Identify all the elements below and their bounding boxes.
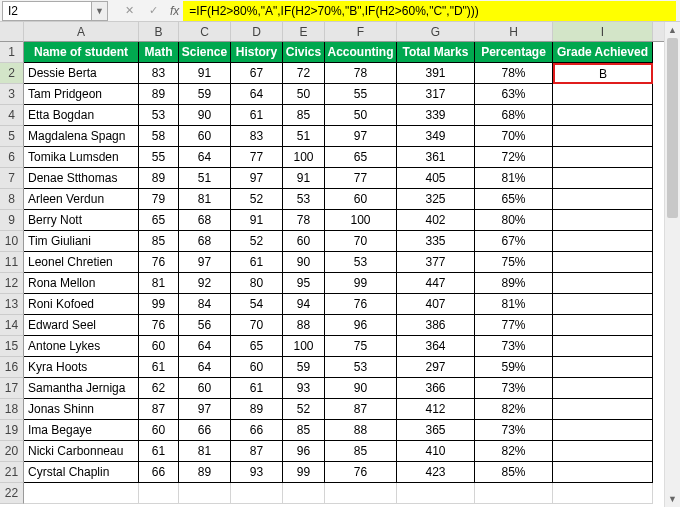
- row-header[interactable]: 22: [0, 483, 24, 504]
- cell[interactable]: Cyrstal Chaplin: [24, 462, 139, 483]
- cell[interactable]: 97: [179, 399, 231, 420]
- cell[interactable]: 100: [283, 336, 325, 357]
- cell[interactable]: B: [553, 63, 653, 84]
- cell[interactable]: 97: [231, 168, 283, 189]
- cell[interactable]: 53: [325, 357, 397, 378]
- row-header[interactable]: 19: [0, 420, 24, 441]
- cell[interactable]: 60: [139, 336, 179, 357]
- cell[interactable]: 65%: [475, 189, 553, 210]
- cell[interactable]: 361: [397, 147, 475, 168]
- header-cell[interactable]: Math: [139, 42, 179, 63]
- cell[interactable]: [553, 483, 653, 504]
- cell[interactable]: Samantha Jerniga: [24, 378, 139, 399]
- cell[interactable]: 365: [397, 420, 475, 441]
- row-header[interactable]: 5: [0, 126, 24, 147]
- name-box-dropdown[interactable]: ▼: [92, 1, 108, 21]
- scroll-up-icon[interactable]: ▲: [665, 22, 680, 38]
- row-header[interactable]: 1: [0, 42, 24, 63]
- cell[interactable]: Tomika Lumsden: [24, 147, 139, 168]
- cell[interactable]: 50: [325, 105, 397, 126]
- cancel-icon[interactable]: ✕: [118, 2, 140, 20]
- cell[interactable]: 61: [231, 378, 283, 399]
- cell[interactable]: 96: [325, 315, 397, 336]
- cell[interactable]: 56: [179, 315, 231, 336]
- col-header-C[interactable]: C: [179, 22, 231, 41]
- col-header-B[interactable]: B: [139, 22, 179, 41]
- cell[interactable]: [283, 483, 325, 504]
- cell[interactable]: 317: [397, 84, 475, 105]
- cell[interactable]: 53: [139, 105, 179, 126]
- cell[interactable]: [553, 378, 653, 399]
- cell[interactable]: 87: [139, 399, 179, 420]
- cell[interactable]: [553, 315, 653, 336]
- cell[interactable]: 85: [325, 441, 397, 462]
- cell[interactable]: 53: [325, 252, 397, 273]
- cell[interactable]: 79: [139, 189, 179, 210]
- cell[interactable]: 64: [179, 147, 231, 168]
- cell[interactable]: 93: [283, 378, 325, 399]
- accept-icon[interactable]: ✓: [142, 2, 164, 20]
- cell[interactable]: 87: [325, 399, 397, 420]
- cell[interactable]: 60: [139, 420, 179, 441]
- cell[interactable]: [553, 294, 653, 315]
- cell[interactable]: Etta Bogdan: [24, 105, 139, 126]
- col-header-G[interactable]: G: [397, 22, 475, 41]
- row-header[interactable]: 9: [0, 210, 24, 231]
- cell[interactable]: 60: [179, 126, 231, 147]
- cell[interactable]: 95: [283, 273, 325, 294]
- cell[interactable]: 85: [283, 105, 325, 126]
- cell[interactable]: [553, 84, 653, 105]
- cell[interactable]: 364: [397, 336, 475, 357]
- header-cell[interactable]: Science: [179, 42, 231, 63]
- cell[interactable]: Jonas Shinn: [24, 399, 139, 420]
- cell[interactable]: 81%: [475, 294, 553, 315]
- header-cell[interactable]: Name of student: [24, 42, 139, 63]
- cell[interactable]: Denae Stthomas: [24, 168, 139, 189]
- cell[interactable]: Tim Giuliani: [24, 231, 139, 252]
- cell[interactable]: Arleen Verdun: [24, 189, 139, 210]
- row-header[interactable]: 7: [0, 168, 24, 189]
- cell[interactable]: 77: [231, 147, 283, 168]
- cell[interactable]: 63%: [475, 84, 553, 105]
- cell[interactable]: [179, 483, 231, 504]
- cell[interactable]: 99: [139, 294, 179, 315]
- cell[interactable]: 59: [179, 84, 231, 105]
- cell[interactable]: 87: [231, 441, 283, 462]
- cell[interactable]: 97: [325, 126, 397, 147]
- cell[interactable]: 412: [397, 399, 475, 420]
- cell[interactable]: 80%: [475, 210, 553, 231]
- cell[interactable]: 60: [283, 231, 325, 252]
- cell[interactable]: 59%: [475, 357, 553, 378]
- row-header[interactable]: 15: [0, 336, 24, 357]
- cell[interactable]: 61: [139, 441, 179, 462]
- cell[interactable]: Berry Nott: [24, 210, 139, 231]
- cell[interactable]: 91: [179, 63, 231, 84]
- cell[interactable]: 100: [325, 210, 397, 231]
- cell[interactable]: 339: [397, 105, 475, 126]
- cell[interactable]: 391: [397, 63, 475, 84]
- header-cell[interactable]: History: [231, 42, 283, 63]
- cell[interactable]: 92: [179, 273, 231, 294]
- cell[interactable]: 90: [179, 105, 231, 126]
- col-header-D[interactable]: D: [231, 22, 283, 41]
- cell[interactable]: 53: [283, 189, 325, 210]
- cell[interactable]: 80: [231, 273, 283, 294]
- cell[interactable]: 93: [231, 462, 283, 483]
- cell[interactable]: 51: [179, 168, 231, 189]
- cell[interactable]: [553, 252, 653, 273]
- cell[interactable]: 78%: [475, 63, 553, 84]
- cell[interactable]: [325, 483, 397, 504]
- cell[interactable]: Antone Lykes: [24, 336, 139, 357]
- cell[interactable]: 70: [325, 231, 397, 252]
- cell[interactable]: [553, 168, 653, 189]
- cell[interactable]: 81: [179, 189, 231, 210]
- cell[interactable]: 52: [283, 399, 325, 420]
- cell[interactable]: 82%: [475, 441, 553, 462]
- cell[interactable]: 85: [139, 231, 179, 252]
- col-header-I[interactable]: I: [553, 22, 653, 41]
- cell[interactable]: [553, 441, 653, 462]
- cell[interactable]: [553, 189, 653, 210]
- cell[interactable]: 85%: [475, 462, 553, 483]
- cell[interactable]: 68: [179, 231, 231, 252]
- col-header-F[interactable]: F: [325, 22, 397, 41]
